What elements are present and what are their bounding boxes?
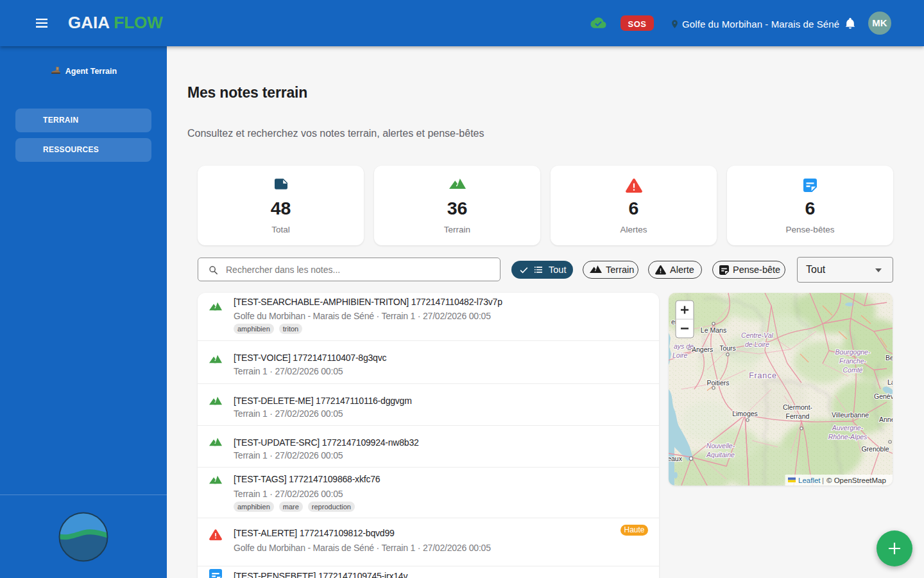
svg-text:Franche-: Franche- bbox=[839, 357, 867, 365]
svg-text:Clermont-: Clermont- bbox=[783, 403, 813, 411]
svg-text:Loire: Loire bbox=[672, 351, 688, 359]
svg-text:Centre-Val: Centre-Val bbox=[741, 331, 773, 339]
svg-text:Grenoble: Grenoble bbox=[861, 445, 889, 453]
svg-text:Comté: Comté bbox=[843, 366, 863, 374]
svg-text:|: | bbox=[822, 477, 824, 484]
svg-text:Auvergne-: Auvergne- bbox=[832, 424, 864, 432]
svg-text:© OpenStreetMap: © OpenStreetMap bbox=[826, 477, 886, 484]
svg-text:Bourgogne-: Bourgogne- bbox=[835, 348, 871, 356]
svg-text:Leaflet: Leaflet bbox=[798, 477, 821, 484]
svg-text:Bordeaux: Bordeaux bbox=[669, 455, 683, 462]
svg-text:ays de: ays de bbox=[674, 342, 694, 350]
svg-text:Be: Be bbox=[886, 354, 893, 362]
svg-text:France: France bbox=[749, 371, 777, 380]
svg-text:Aquitaine: Aquitaine bbox=[706, 451, 735, 459]
svg-text:Rhône-Alpes: Rhône-Alpes bbox=[828, 433, 868, 441]
svg-text:Nouvelle-: Nouvelle- bbox=[706, 442, 735, 450]
svg-text:Villeurbanne: Villeurbanne bbox=[832, 411, 869, 419]
svg-text:Angers: Angers bbox=[692, 346, 713, 353]
svg-text:La: La bbox=[887, 378, 893, 386]
svg-text:Poitiers: Poitiers bbox=[706, 379, 729, 387]
svg-text:Tours: Tours bbox=[719, 344, 736, 352]
svg-text:Genève: Genève bbox=[874, 392, 893, 400]
svg-text:Le Mans: Le Mans bbox=[701, 326, 726, 334]
svg-text:Anne: Anne bbox=[879, 416, 893, 423]
svg-text:Limoges: Limoges bbox=[732, 410, 758, 417]
svg-text:Ferrand: Ferrand bbox=[786, 412, 810, 420]
svg-text:de Loire: de Loire bbox=[745, 340, 769, 348]
